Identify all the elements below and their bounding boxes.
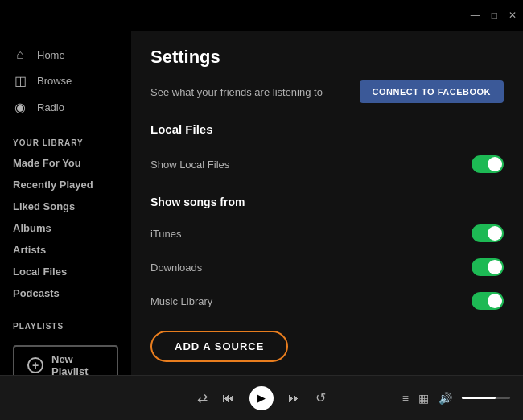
sidebar-label-home: Home [37,49,65,61]
show-local-files-toggle[interactable] [472,155,504,173]
volume-fill [462,397,496,399]
sidebar-item-artists[interactable]: Artists [0,239,131,261]
plus-icon: + [27,357,43,373]
sidebar-item-recently-played[interactable]: Recently Played [0,174,131,196]
player-right-controls: ≡ ▦ 🔊 [402,392,510,405]
local-files-section: Local Files Show Local Files [150,122,504,181]
home-icon: ⌂ [13,47,27,62]
facebook-section: See what your friends are listening to C… [150,80,504,103]
player-bar: ⇄ ⏮ ▶ ⏭ ↺ ≡ ▦ 🔊 [0,375,523,420]
playlists-section-label: PLAYLISTS [0,311,131,336]
repeat-button[interactable]: ↺ [315,390,326,406]
sidebar-label-browse: Browse [37,75,72,87]
sidebar-nav-section: ⌂ Home ◫ Browse ◉ Radio [0,42,131,121]
prev-button[interactable]: ⏮ [222,391,235,406]
sidebar-item-home[interactable]: ⌂ Home [0,42,131,68]
music-library-row: Music Library [150,284,504,318]
sidebar-library-section: Made For You Recently Played Liked Songs… [0,152,131,304]
browse-icon: ◫ [13,73,27,89]
show-songs-section: Show songs from iTunes Downloads Music L… [150,196,504,318]
show-songs-from-title: Show songs from [150,196,504,208]
page-title: Settings [150,47,504,68]
sidebar-item-radio[interactable]: ◉ Radio [0,94,131,121]
maximize-button[interactable]: □ [492,10,497,21]
itunes-row: iTunes [150,216,504,250]
downloads-row: Downloads [150,250,504,284]
volume-bar[interactable] [462,397,510,399]
next-button[interactable]: ⏭ [288,391,301,406]
sidebar-item-podcasts[interactable]: Podcasts [0,282,131,304]
sidebar-item-local-files[interactable]: Local Files [0,261,131,282]
queue-icon[interactable]: ≡ [402,392,409,405]
itunes-label: iTunes [150,228,182,240]
play-button[interactable]: ▶ [249,386,274,410]
new-playlist-button[interactable]: + New Playlist [13,345,118,375]
connect-facebook-button[interactable]: CONNECT TO FACEBOOK [360,80,504,103]
close-button[interactable]: ✕ [509,10,517,21]
show-local-files-label: Show Local Files [150,159,229,171]
shuffle-button[interactable]: ⇄ [197,390,208,406]
sidebar-item-made-for-you[interactable]: Made For You [0,152,131,174]
facebook-promo-text: See what your friends are listening to [150,86,323,98]
music-library-toggle[interactable] [472,292,504,310]
music-library-label: Music Library [150,295,212,307]
sidebar-item-albums[interactable]: Albums [0,217,131,239]
add-source-button[interactable]: ADD A SOURCE [150,331,288,362]
sidebar: ⌂ Home ◫ Browse ◉ Radio YOUR LIBRARY Mad… [0,31,131,375]
show-local-files-row: Show Local Files [150,147,504,181]
sidebar-label-radio: Radio [37,101,64,113]
radio-icon: ◉ [13,100,27,115]
local-files-title: Local Files [150,122,504,136]
titlebar: — □ ✕ [0,0,523,31]
library-section-label: YOUR LIBRARY [0,127,131,152]
itunes-toggle[interactable] [472,224,504,242]
main-content: Settings See what your friends are liste… [131,31,523,375]
new-playlist-label: New Playlist [51,353,104,375]
sidebar-item-liked-songs[interactable]: Liked Songs [0,196,131,217]
sidebar-playlists-section: + New Playlist [0,339,131,375]
minimize-button[interactable]: — [471,10,480,21]
player-controls: ⇄ ⏮ ▶ ⏭ ↺ [197,386,326,410]
devices-icon[interactable]: ▦ [418,392,429,405]
downloads-toggle[interactable] [472,258,504,276]
downloads-label: Downloads [150,261,202,274]
sidebar-item-browse[interactable]: ◫ Browse [0,68,131,94]
volume-icon[interactable]: 🔊 [439,392,452,405]
